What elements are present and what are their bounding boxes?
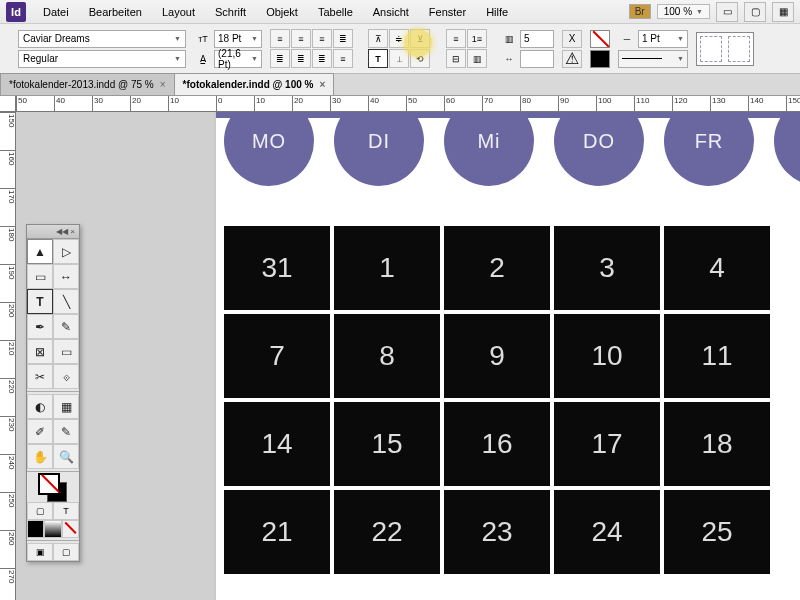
superscript-icon[interactable]: X: [562, 30, 582, 48]
horizontal-ruler[interactable]: 5040302010010203040506070809010011012013…: [16, 96, 800, 112]
page-spread-preview[interactable]: [696, 32, 754, 66]
menu-datei[interactable]: Datei: [34, 3, 78, 21]
menu-bearbeiten[interactable]: Bearbeiten: [80, 3, 151, 21]
apply-text-icon[interactable]: T: [53, 502, 79, 520]
vertical-ruler[interactable]: 150160170180190200210220230240250260270: [0, 112, 16, 600]
gutter-input[interactable]: [520, 50, 554, 68]
columns-input[interactable]: 5: [520, 30, 554, 48]
calendar-cell: 11: [664, 314, 770, 398]
calendar-cell: 7: [224, 314, 330, 398]
ruler-origin[interactable]: [0, 96, 16, 112]
align-center-icon[interactable]: ≡: [291, 29, 311, 48]
rectangle-frame-tool-icon[interactable]: ⊠: [27, 339, 53, 364]
ruler-tick: 70: [482, 96, 493, 112]
direct-selection-tool-icon[interactable]: ▷: [53, 239, 79, 264]
text-frame-icon[interactable]: T: [368, 49, 388, 68]
transform-tool-icon[interactable]: ⟐: [53, 364, 79, 389]
vertical-align-bottom-icon[interactable]: ⊻: [410, 29, 430, 48]
baseline-icon[interactable]: ⟂: [389, 49, 409, 68]
gap-tool-icon[interactable]: ↔: [53, 264, 79, 289]
calendar-cell: 1: [334, 226, 440, 310]
document-tab-1[interactable]: *fotokalender-2013.indd @ 75 %×: [0, 73, 175, 95]
calendar-cell: 23: [444, 490, 550, 574]
font-style-select[interactable]: Regular▼: [18, 50, 186, 68]
arrange-icon[interactable]: ▦: [772, 2, 794, 22]
paragraph-align-group: ≡ ≡ ≡ ≣ ≣ ≣ ≣ ≡: [270, 29, 360, 68]
rotate-text-icon[interactable]: ⟲: [410, 49, 430, 68]
font-size-input[interactable]: 18 Pt▼: [214, 30, 262, 48]
ruler-tick: 50: [16, 96, 27, 112]
fill-stroke-swatch[interactable]: [27, 474, 79, 502]
menu-ansicht[interactable]: Ansicht: [364, 3, 418, 21]
stroke-style-select[interactable]: ▼: [618, 50, 688, 68]
menu-schrift[interactable]: Schrift: [206, 3, 255, 21]
justify-right-icon[interactable]: ≣: [291, 49, 311, 68]
hand-tool-icon[interactable]: ✋: [27, 444, 53, 469]
screen-mode-icon[interactable]: ▢: [744, 2, 766, 22]
gradient-feather-tool-icon[interactable]: ▦: [53, 394, 79, 419]
align-towards-spine-icon[interactable]: ≡: [333, 49, 353, 68]
close-icon[interactable]: ×: [160, 79, 166, 90]
column-icon[interactable]: ▥: [467, 49, 487, 68]
rectangle-tool-icon[interactable]: ▭: [53, 339, 79, 364]
leading-input[interactable]: (21,6 Pt)▼: [214, 50, 262, 68]
bridge-icon[interactable]: Br: [629, 4, 651, 19]
vertical-align-center-icon[interactable]: ≑: [389, 29, 409, 48]
menu-fenster[interactable]: Fenster: [420, 3, 475, 21]
ruler-tick: 20: [130, 96, 141, 112]
menu-objekt[interactable]: Objekt: [257, 3, 307, 21]
align-right-icon[interactable]: ≡: [312, 29, 332, 48]
view-mode-normal-icon[interactable]: ▣: [27, 543, 53, 561]
page-tool-icon[interactable]: ▭: [27, 264, 53, 289]
document-canvas[interactable]: MODIMiDOFRS 3112347891011141516171821222…: [16, 112, 800, 600]
apply-gradient-icon[interactable]: [44, 520, 61, 538]
warning-icon[interactable]: ⚠: [562, 50, 582, 68]
justify-center-icon[interactable]: ≣: [270, 49, 290, 68]
tools-panel[interactable]: ◀◀ × ▲ ▷ ▭ ↔ T ╲ ✒ ✎ ⊠ ▭ ✂ ⟐ ◐ ▦ ✐ ✎ ✋ 🔍: [26, 224, 80, 562]
apply-none-icon[interactable]: [62, 520, 79, 538]
calendar-cell: 3: [554, 226, 660, 310]
zoom-level[interactable]: 100 %▼: [657, 4, 710, 19]
justify-full-icon[interactable]: ≣: [312, 49, 332, 68]
align-left-icon[interactable]: ≡: [270, 29, 290, 48]
vertical-align-top-icon[interactable]: ⊼: [368, 29, 388, 48]
bullet-list-icon[interactable]: ≡: [446, 29, 466, 48]
note-tool-icon[interactable]: ✐: [27, 419, 53, 444]
ruler-tick: 50: [406, 96, 417, 112]
zoom-tool-icon[interactable]: 🔍: [53, 444, 79, 469]
justify-left-icon[interactable]: ≣: [333, 29, 353, 48]
text-options-group: ⊼ ≑ ⊻ T ⟂ ⟲: [368, 29, 438, 68]
calendar-cell: 8: [334, 314, 440, 398]
apply-container-icon[interactable]: ▢: [27, 502, 53, 520]
ruler-tick: 40: [368, 96, 379, 112]
line-tool-icon[interactable]: ╲: [53, 289, 79, 314]
menu-tabelle[interactable]: Tabelle: [309, 3, 362, 21]
workspace: 5040302010010203040506070809010011012013…: [0, 96, 800, 600]
view-options-icon[interactable]: ▭: [716, 2, 738, 22]
day-header-do: DO: [554, 112, 644, 186]
eyedropper-tool-icon[interactable]: ✎: [53, 419, 79, 444]
calendar-cell: 31: [224, 226, 330, 310]
calendar-grid: 311234789101114151617182122232425: [224, 226, 770, 574]
day-header-s: S: [774, 112, 800, 186]
font-family-select[interactable]: Caviar Dreams▼: [18, 30, 186, 48]
leading-icon: A̲: [194, 54, 212, 64]
close-icon[interactable]: ×: [319, 79, 325, 90]
selection-tool-icon[interactable]: ▲: [27, 239, 53, 264]
document-tab-2[interactable]: *fotokalender.indd @ 100 %×: [174, 73, 335, 95]
number-list-icon[interactable]: 1≡: [467, 29, 487, 48]
view-mode-preview-icon[interactable]: ▢: [53, 543, 79, 561]
hyphen-icon[interactable]: ⊟: [446, 49, 466, 68]
stroke-swatch-icon[interactable]: [590, 50, 610, 68]
gradient-swatch-tool-icon[interactable]: ◐: [27, 394, 53, 419]
menu-layout[interactable]: Layout: [153, 3, 204, 21]
apply-color-icon[interactable]: [27, 520, 44, 538]
pencil-tool-icon[interactable]: ✎: [53, 314, 79, 339]
pen-tool-icon[interactable]: ✒: [27, 314, 53, 339]
fill-swatch-none-icon[interactable]: [590, 30, 610, 48]
type-tool-icon[interactable]: T: [27, 289, 53, 314]
scissors-tool-icon[interactable]: ✂: [27, 364, 53, 389]
stroke-weight-input[interactable]: 1 Pt▼: [638, 30, 688, 48]
tools-panel-header[interactable]: ◀◀ ×: [27, 225, 79, 239]
menu-hilfe[interactable]: Hilfe: [477, 3, 517, 21]
